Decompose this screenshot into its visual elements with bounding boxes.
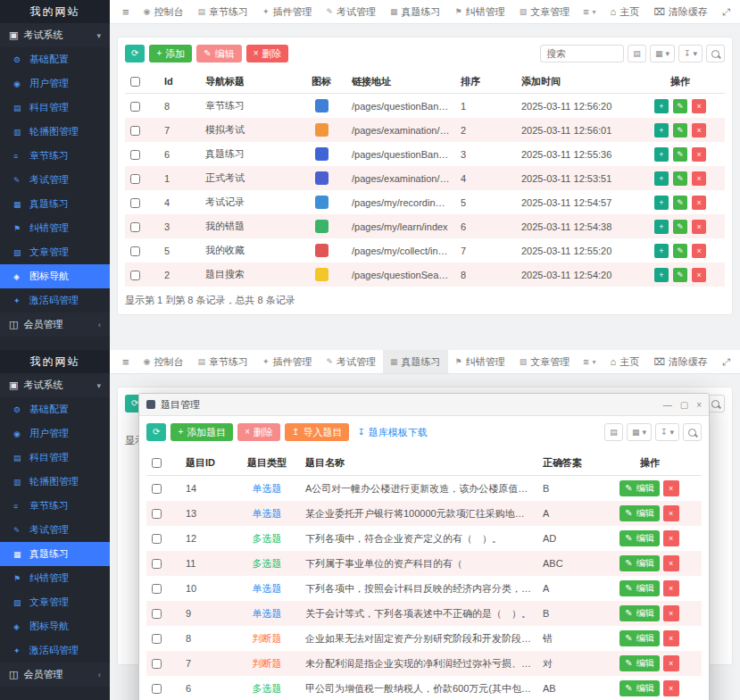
add-button[interactable]: +添加: [149, 45, 192, 62]
row-checkbox[interactable]: [152, 584, 162, 594]
row-delete-button[interactable]: ×: [663, 480, 679, 496]
table-row[interactable]: 5 我的收藏 /pages/my/collect/index 7 2025-03…: [125, 238, 725, 262]
sidebar-item[interactable]: ▤ 科目管理: [0, 446, 110, 470]
sidebar-item[interactable]: ✎ 考试管理: [0, 168, 110, 192]
sidebar-item[interactable]: ⚙ 基础配置: [0, 47, 110, 71]
sidebar-item[interactable]: ⚙ 基础配置: [0, 397, 110, 421]
row-edit-button[interactable]: ✎编辑: [619, 680, 659, 696]
maximize-button[interactable]: ▢: [680, 400, 688, 410]
nav-tab[interactable]: ▧ 文章管理: [512, 0, 578, 23]
row-edit-button[interactable]: ✎编辑: [619, 530, 659, 546]
row-edit-button[interactable]: ✎编辑: [619, 655, 659, 671]
sidebar-item[interactable]: ◈ 图标导航: [0, 264, 110, 288]
nav-tab[interactable]: ▧ 文章管理: [512, 350, 578, 373]
sidebar-item[interactable]: ⚑ 纠错管理: [0, 566, 110, 590]
row-checkbox[interactable]: [152, 659, 162, 669]
table-row[interactable]: 10 单选题 下列各项中，按照会计科目反映的经济内容分类，属于成本类科目的… A…: [146, 576, 702, 601]
table-row[interactable]: 7 判断题 未分配利润是指企业实现的净利润经过弥补亏损、提取盈余公积和向… 对 …: [146, 651, 702, 676]
table-row[interactable]: 12 多选题 下列各项中，符合企业资产定义的有（ ）。 AD ✎编辑 ×: [146, 526, 702, 551]
row-delete-button[interactable]: ×: [663, 655, 679, 671]
search-toggle-button[interactable]: [683, 423, 702, 441]
nav-tab[interactable]: ✎ 考试管理: [320, 0, 384, 23]
row-checkbox[interactable]: [130, 222, 140, 232]
sidebar-item[interactable]: ▦ 真题练习: [0, 192, 110, 216]
row-delete-button[interactable]: ×: [663, 555, 679, 571]
row-checkbox[interactable]: [152, 609, 162, 619]
delete-button[interactable]: ×删除: [246, 45, 289, 62]
minimize-button[interactable]: —: [663, 400, 672, 410]
row-delete-button[interactable]: ×: [692, 196, 706, 210]
nav-tab[interactable]: ◉ 控制台: [137, 0, 191, 23]
nav-tab[interactable]: ▦ 真题练习: [383, 0, 448, 23]
sidebar-item[interactable]: ▧ 文章管理: [0, 240, 110, 264]
sidebar-item[interactable]: ▤ 科目管理: [0, 96, 110, 120]
export-button[interactable]: ↧▾: [655, 423, 679, 441]
sidebar-item[interactable]: ✦ 激活码管理: [0, 288, 110, 312]
row-checkbox[interactable]: [130, 150, 140, 160]
table-row[interactable]: 14 单选题 A公司对一幢办公楼进行更新改造，该办公楼原值为1000万元，… B…: [146, 476, 702, 502]
refresh-button[interactable]: ⟳: [125, 45, 145, 62]
sidebar-item[interactable]: ≡ 章节练习: [0, 494, 110, 518]
nav-tab[interactable]: ⚑ 纠错管理: [448, 0, 512, 23]
modal-header[interactable]: 题目管理 — ▢ ×: [139, 394, 709, 416]
row-delete-button[interactable]: ×: [663, 630, 679, 646]
nav-tab[interactable]: ✦ 插件管理: [255, 350, 320, 373]
edit-button[interactable]: ✎编辑: [196, 45, 241, 62]
sidebar-item[interactable]: ◈ 图标导航: [0, 614, 110, 638]
row-edit-button[interactable]: ✎编辑: [619, 605, 659, 621]
row-edit-button[interactable]: ✎: [673, 171, 687, 186]
hamburger-icon[interactable]: ≡: [115, 355, 137, 369]
row-checkbox[interactable]: [130, 271, 140, 280]
row-edit-button[interactable]: ✎编辑: [619, 480, 659, 496]
row-delete-button[interactable]: ×: [663, 580, 679, 596]
row-edit-button[interactable]: ✎: [673, 268, 687, 282]
row-checkbox[interactable]: [130, 102, 140, 112]
columns-button[interactable]: ▦▾: [650, 45, 675, 62]
sidebar-item[interactable]: ▥ 轮播图管理: [0, 470, 110, 494]
table-row[interactable]: 4 考试记录 /pages/my/recording/index 5 2025-…: [125, 190, 725, 214]
row-edit-button[interactable]: ✎编辑: [619, 505, 659, 521]
table-row[interactable]: 2 题目搜索 /pages/questionSearch/searchList …: [125, 262, 725, 287]
row-delete-button[interactable]: ×: [692, 220, 706, 234]
table-row[interactable]: 8 判断题 企业如果无法对固定资产分别研究阶段和开发阶段的支出将发生的研发支出……: [146, 626, 702, 651]
view-toggle-button[interactable]: ▤: [628, 45, 646, 62]
clear-cache-button[interactable]: ⌧ 清除缓存: [647, 0, 714, 23]
delete-question-button[interactable]: ×删除: [237, 423, 280, 441]
nav-tab[interactable]: ◉ 控制台: [137, 350, 191, 373]
row-add-button[interactable]: +: [654, 196, 669, 210]
row-add-button[interactable]: +: [654, 123, 669, 138]
row-edit-button[interactable]: ✎: [673, 99, 687, 113]
row-checkbox[interactable]: [152, 684, 162, 694]
row-edit-button[interactable]: ✎: [673, 123, 687, 138]
export-button[interactable]: ↧▾: [678, 45, 703, 62]
table-row[interactable]: 6 多选题 甲公司为增值税一般纳税人，价款600万元(其中包含已宣告但尚… AB…: [146, 676, 702, 700]
nav-tab[interactable]: ▤ 章节练习: [190, 0, 255, 23]
sidebar-section-exam-system[interactable]: ▣ 考试系统 ▾: [0, 23, 110, 47]
clear-cache-button[interactable]: ⌧ 清除缓存: [647, 350, 714, 373]
row-delete-button[interactable]: ×: [692, 147, 706, 162]
row-delete-button[interactable]: ×: [692, 268, 706, 282]
fullscreen-button[interactable]: ⤢: [716, 350, 736, 373]
row-edit-button[interactable]: ✎: [673, 220, 687, 234]
import-question-button[interactable]: ↥导入题目: [285, 423, 349, 441]
table-row[interactable]: 3 我的错题 /pages/my/learn/index 6 2025-03-1…: [125, 214, 725, 238]
sidebar-section-member[interactable]: ◫ 会员管理 ‹: [0, 312, 110, 337]
table-row[interactable]: 9 单选题 关于会计等式，下列各项表述中不正确的是（ ）。 B ✎编辑 ×: [146, 601, 702, 626]
select-all-checkbox[interactable]: [152, 458, 162, 468]
table-row[interactable]: 1 正式考试 /pages/examination/examinationLis…: [125, 166, 725, 190]
row-delete-button[interactable]: ×: [692, 123, 706, 138]
home-button[interactable]: ⌂ 主页: [604, 350, 646, 373]
row-edit-button[interactable]: ✎: [673, 196, 687, 210]
row-edit-button[interactable]: ✎: [673, 244, 687, 258]
row-add-button[interactable]: +: [654, 171, 669, 186]
row-edit-button[interactable]: ✎编辑: [619, 580, 659, 596]
table-row[interactable]: 13 单选题 某企业委托开户银行将100000元款项汇往采购地开立专户，下… A…: [146, 501, 702, 526]
nav-tab[interactable]: ▤ 章节练习: [190, 350, 255, 373]
row-edit-button[interactable]: ✎编辑: [619, 555, 659, 571]
sidebar-item[interactable]: ✦ 激活码管理: [0, 638, 110, 662]
row-delete-button[interactable]: ×: [663, 680, 679, 696]
refresh-button[interactable]: ⟳: [146, 423, 166, 441]
sidebar-item[interactable]: ≡ 章节练习: [0, 144, 110, 168]
view-toggle-button[interactable]: ▤: [604, 423, 623, 441]
row-add-button[interactable]: +: [654, 220, 669, 234]
